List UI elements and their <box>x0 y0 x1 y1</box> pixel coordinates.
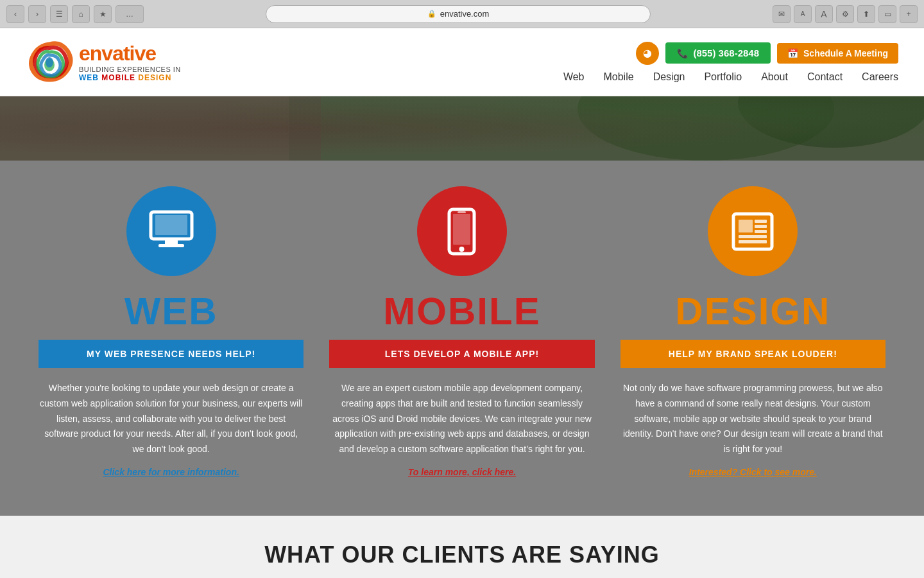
browser-chrome: ‹ › ☰ ⌂ ★ … 🔒 envative.com ✉ A A ⚙ ⬆ ▭ + <box>0 0 924 28</box>
design-link[interactable]: Interested? Click to see more. <box>689 467 817 477</box>
font-small-button[interactable]: A <box>794 5 812 23</box>
design-icon <box>730 211 775 252</box>
svg-rect-10 <box>165 239 178 244</box>
schedule-button[interactable]: 📅 Schedule A Meeting <box>777 43 898 64</box>
phone-button[interactable]: 📞 (855) 368-2848 <box>665 42 771 64</box>
design-description: Not only do we have software programming… <box>620 381 886 457</box>
design-title: DESIGN <box>675 289 830 333</box>
web-description: Whether you're looking to update your we… <box>38 381 304 457</box>
web-link[interactable]: Click here for more information. <box>103 467 239 477</box>
rss-button[interactable]: ◕ <box>636 42 659 65</box>
bottom-section: WHAT OUR CLIENTS ARE SAYING <box>0 516 924 578</box>
back-button[interactable]: ‹ <box>6 5 24 23</box>
mobile-description: We are an expert custom mobile app devel… <box>329 381 594 457</box>
phone-icon: 📞 <box>677 48 688 58</box>
design-cta-button[interactable]: HELP MY BRAND SPEAK LOUDER! <box>620 340 886 368</box>
home-button[interactable]: ⌂ <box>72 5 90 23</box>
share-button[interactable]: … <box>116 5 144 23</box>
calendar-icon: 📅 <box>787 48 798 58</box>
svg-rect-18 <box>755 220 767 223</box>
phone-number: (855) 368-2848 <box>693 48 759 58</box>
hero-svg <box>0 96 924 161</box>
logo-mobile: MOBILE <box>101 73 135 82</box>
nav-mobile[interactable]: Mobile <box>603 71 633 83</box>
hero-image <box>0 96 924 161</box>
svg-rect-11 <box>158 244 184 247</box>
logo-web: WEB <box>79 73 99 82</box>
new-tab-button[interactable]: ▭ <box>878 5 896 23</box>
mobile-circle <box>417 186 507 276</box>
site-header: envative BUILDING EXPERIENCES IN WEB MOB… <box>0 28 924 96</box>
svg-rect-17 <box>739 220 753 232</box>
browser-right-controls: ✉ A A ⚙ ⬆ ▭ + <box>773 5 918 23</box>
bottom-title: WHAT OUR CLIENTS ARE SAYING <box>38 541 886 568</box>
nav-contact[interactable]: Contact <box>807 71 843 83</box>
nav-web[interactable]: Web <box>563 71 585 83</box>
svg-rect-7 <box>0 96 924 161</box>
mail-button[interactable]: ✉ <box>773 5 791 23</box>
web-title: WEB <box>124 289 218 333</box>
svg-rect-3 <box>0 96 321 161</box>
web-circle <box>126 186 216 276</box>
logo-tagline-colored: WEB MOBILE DESIGN <box>79 73 181 82</box>
address-bar[interactable]: 🔒 envative.com <box>266 5 651 23</box>
svg-rect-22 <box>739 240 767 243</box>
header-right: ◕ 📞 (855) 368-2848 📅 Schedule A Meeting … <box>563 42 898 83</box>
settings-button[interactable]: ⚙ <box>836 5 854 23</box>
mobile-link[interactable]: To learn more, click here. <box>408 467 516 477</box>
design-circle <box>708 186 798 276</box>
header-actions: ◕ 📞 (855) 368-2848 📅 Schedule A Meeting <box>636 42 898 65</box>
logo-area[interactable]: envative BUILDING EXPERIENCES IN WEB MOB… <box>26 38 181 86</box>
reader-button[interactable]: ☰ <box>50 5 68 23</box>
lock-icon: 🔒 <box>427 10 436 18</box>
schedule-label: Schedule A Meeting <box>803 48 888 58</box>
svg-rect-13 <box>453 214 470 245</box>
logo-icon <box>26 38 74 86</box>
mobile-title: MOBILE <box>383 289 540 333</box>
main-nav: Web Mobile Design Portfolio About Contac… <box>563 71 898 83</box>
url-text: envative.com <box>440 9 490 19</box>
logo-tagline: BUILDING EXPERIENCES IN <box>79 66 181 73</box>
svg-rect-4 <box>0 96 289 161</box>
logo-brand: envative BUILDING EXPERIENCES IN WEB MOB… <box>79 42 181 82</box>
svg-rect-21 <box>739 235 767 238</box>
logo-name: envative <box>79 42 181 66</box>
svg-point-5 <box>578 96 834 161</box>
bookmark-button[interactable]: ★ <box>94 5 112 23</box>
nav-portfolio[interactable]: Portfolio <box>704 71 742 83</box>
svg-rect-2 <box>0 96 924 161</box>
upload-button[interactable]: ⬆ <box>857 5 875 23</box>
nav-careers[interactable]: Careers <box>862 71 898 83</box>
svg-rect-15 <box>458 211 466 213</box>
mobile-icon <box>444 207 479 256</box>
svg-rect-19 <box>755 225 767 228</box>
svg-point-1 <box>46 57 53 67</box>
svg-rect-20 <box>755 230 767 233</box>
nav-about[interactable]: About <box>761 71 788 83</box>
forward-button[interactable]: › <box>28 5 46 23</box>
svg-point-6 <box>738 96 924 148</box>
svg-point-14 <box>459 247 465 252</box>
logo[interactable]: envative BUILDING EXPERIENCES IN WEB MOB… <box>26 38 181 86</box>
mobile-cta-button[interactable]: LETS DEVELOP A MOBILE APP! <box>329 340 594 368</box>
mobile-service-card: MOBILE LETS DEVELOP A MOBILE APP! We are… <box>329 186 594 477</box>
add-tab-button[interactable]: + <box>900 5 918 23</box>
monitor-icon <box>146 209 197 254</box>
font-large-button[interactable]: A <box>815 5 833 23</box>
web-cta-button[interactable]: MY WEB PRESENCE NEEDS HELP! <box>38 340 304 368</box>
web-service-card: WEB MY WEB PRESENCE NEEDS HELP! Whether … <box>38 186 304 477</box>
design-service-card: DESIGN HELP MY BRAND SPEAK LOUDER! Not o… <box>620 186 886 477</box>
logo-design: DESIGN <box>138 73 171 82</box>
svg-rect-9 <box>155 215 187 235</box>
main-section: WEB MY WEB PRESENCE NEEDS HELP! Whether … <box>0 161 924 516</box>
rss-icon: ◕ <box>643 47 652 59</box>
services-grid: WEB MY WEB PRESENCE NEEDS HELP! Whether … <box>38 186 886 477</box>
nav-design[interactable]: Design <box>653 71 685 83</box>
